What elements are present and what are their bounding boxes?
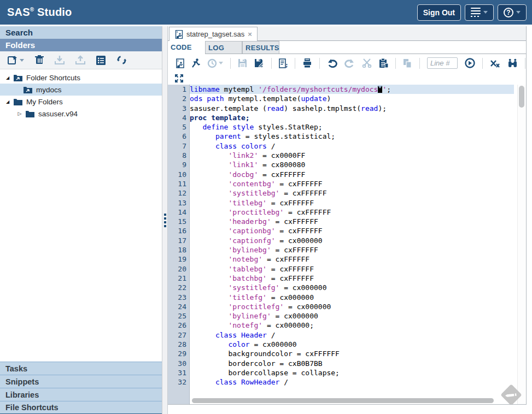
code-line[interactable]: 'systitlefg' = cx000000	[190, 283, 514, 292]
edit-mode-watermark-icon	[499, 382, 524, 404]
code-line[interactable]: 'bylinebg' = cxFFFFFF	[190, 245, 514, 255]
line-number: 4	[168, 113, 189, 122]
page-setup-button[interactable]: ;	[279, 58, 288, 68]
code-line[interactable]: 'tablebg' = cxFFFFFF	[190, 264, 514, 274]
cut-button[interactable]	[362, 58, 372, 68]
line-number: 32	[168, 377, 189, 387]
upload-button[interactable]	[75, 55, 85, 65]
sign-out-button[interactable]: Sign Out	[417, 4, 461, 21]
editor-code: libname mytempl '/folders/myshortcuts/my…	[190, 85, 526, 404]
code-line[interactable]: 'titlebg' = cxFFFFFF	[190, 198, 514, 208]
copy-button[interactable]	[403, 58, 412, 68]
code-line[interactable]: class RowHeader /	[190, 377, 514, 387]
code-line[interactable]: 'link2' = cx0000FF	[190, 151, 514, 160]
code-line[interactable]: 'proctitlebg' = cxFFFFFF	[190, 208, 514, 217]
code-line[interactable]: 'docbg' = cxFFFFFF	[190, 170, 514, 179]
pane-splitter[interactable]	[162, 26, 168, 414]
tab-results[interactable]: RESULTS	[242, 41, 279, 54]
refresh-button[interactable]	[116, 55, 127, 65]
top-bar: SAS® Studio Sign Out ?	[0, 0, 532, 25]
run-button[interactable]	[191, 58, 200, 68]
tree-item-folder-shortcuts[interactable]: ◢ Folder Shortcuts	[0, 72, 162, 84]
line-number: 6	[168, 132, 189, 141]
code-line[interactable]: color = cx000000	[190, 340, 514, 349]
code-line[interactable]: 'contentbg' = cxFFFFFF	[190, 179, 514, 188]
paste-button[interactable]	[379, 58, 388, 68]
line-number: 30	[168, 359, 189, 368]
code-line[interactable]: class colors /	[190, 141, 514, 151]
tree-item-sasuser-v94[interactable]: ▷ sasuser.v94	[0, 108, 162, 120]
tab-code[interactable]: CODE	[168, 41, 205, 54]
tree-item-mydocs[interactable]: mydocs	[0, 84, 162, 96]
code-line[interactable]: 'batchbg' = cxFFFFFF	[190, 274, 514, 283]
section-libraries[interactable]: Libraries	[0, 388, 162, 401]
maximize-view-button[interactable]	[175, 74, 183, 82]
folders-section-header[interactable]: Folders	[0, 39, 162, 51]
help-menu-button[interactable]: ?	[498, 4, 527, 21]
vertical-scrollbar[interactable]	[517, 85, 526, 404]
code-line[interactable]: bordercollapse = collapse;	[190, 368, 514, 377]
tree-expander-expanded-icon[interactable]: ◢	[3, 75, 12, 80]
document-tab[interactable]: statrep_tagset.sas ×	[169, 27, 258, 41]
application-menu-button[interactable]	[465, 4, 494, 21]
code-line[interactable]: define style styles.StatRep;	[190, 122, 514, 132]
tab-log[interactable]: LOG	[205, 41, 242, 54]
code-line[interactable]: 'notefg' = cx000000;	[190, 321, 514, 330]
properties-button[interactable]	[96, 56, 106, 65]
code-line[interactable]: proc template;	[190, 113, 514, 122]
code-line[interactable]: 'bylinefg' = cx000000	[190, 311, 514, 321]
code-line[interactable]: class Header /	[190, 330, 514, 340]
section-snippets[interactable]: Snippets	[0, 375, 162, 388]
line-number: 27	[168, 330, 189, 340]
download-button[interactable]	[55, 55, 65, 65]
undo-button[interactable]	[327, 58, 337, 68]
section-file-shortcuts[interactable]: File Shortcuts	[0, 401, 162, 414]
line-number: 12	[168, 188, 189, 198]
code-line[interactable]: 'link1' = cx800080	[190, 160, 514, 169]
submission-history-button[interactable]	[207, 58, 223, 68]
line-number: 5	[168, 122, 189, 132]
close-tab-icon[interactable]: ×	[248, 31, 252, 38]
code-line[interactable]: libname mytempl '/folders/myshortcuts/my…	[190, 85, 514, 94]
code-line[interactable]: 'headerbg' = cxFFFFFF	[190, 217, 514, 226]
go-to-line-button[interactable]	[465, 58, 475, 68]
horizontal-scrollbar-thumb[interactable]	[192, 398, 494, 403]
save-as-button[interactable]	[254, 58, 264, 68]
new-program-button[interactable]	[175, 58, 184, 68]
code-line[interactable]: bordercolor = cxB0B7BB	[190, 359, 514, 368]
code-line[interactable]: ods path mytempl.template(update)	[190, 94, 514, 103]
sas-studio-window: SAS® Studio Sign Out ? Search Folders	[0, 0, 532, 414]
redo-button[interactable]	[344, 58, 355, 68]
code-line[interactable]: sasuser.template (read) sashelp.tmplmst(…	[190, 104, 514, 113]
line-number: 28	[168, 340, 189, 349]
section-tasks[interactable]: Tasks	[0, 362, 162, 375]
tree-expander-expanded-icon[interactable]: ◢	[3, 99, 12, 104]
line-number-input[interactable]	[427, 57, 458, 69]
tree-expander-collapsed-icon[interactable]: ▷	[15, 111, 24, 116]
editor-toolbar: ;	[168, 54, 526, 72]
code-line[interactable]: 'systitlebg' = cxFFFFFF	[190, 188, 514, 198]
delete-button[interactable]	[35, 55, 44, 65]
line-number: 31	[168, 368, 189, 377]
code-editor[interactable]: 1234567891011121314151617181920212223242…	[168, 85, 526, 404]
line-number: 14	[168, 208, 189, 217]
app-title: SAS® Studio	[7, 6, 72, 19]
save-button[interactable]	[238, 58, 247, 68]
search-section-header[interactable]: Search	[0, 26, 162, 39]
new-item-button[interactable]	[8, 55, 24, 65]
sas-program-icon	[174, 30, 183, 39]
clear-code-button[interactable]	[490, 58, 500, 68]
line-number: 15	[168, 217, 189, 226]
print-button[interactable]	[302, 58, 312, 68]
code-line[interactable]: 'captionbg' = cxFFFFFF	[190, 226, 514, 235]
code-line[interactable]: 'titlefg' = cx000000	[190, 293, 514, 302]
code-line[interactable]: parent = styles.statistical;	[190, 132, 514, 141]
code-line[interactable]: 'proctitlefg' = cx000000	[190, 302, 514, 311]
tree-item-my-folders[interactable]: ◢ My Folders	[0, 96, 162, 108]
code-line[interactable]: 'notebg' = cxFFFFFF	[190, 255, 514, 264]
code-line[interactable]: backgroundcolor = cxFFFFFF	[190, 349, 514, 358]
find-replace-button[interactable]	[507, 58, 518, 68]
code-line[interactable]: 'captionfg' = cx000000	[190, 236, 514, 245]
vertical-scrollbar-thumb[interactable]	[519, 86, 524, 108]
tree-item-label: mydocs	[36, 86, 62, 94]
